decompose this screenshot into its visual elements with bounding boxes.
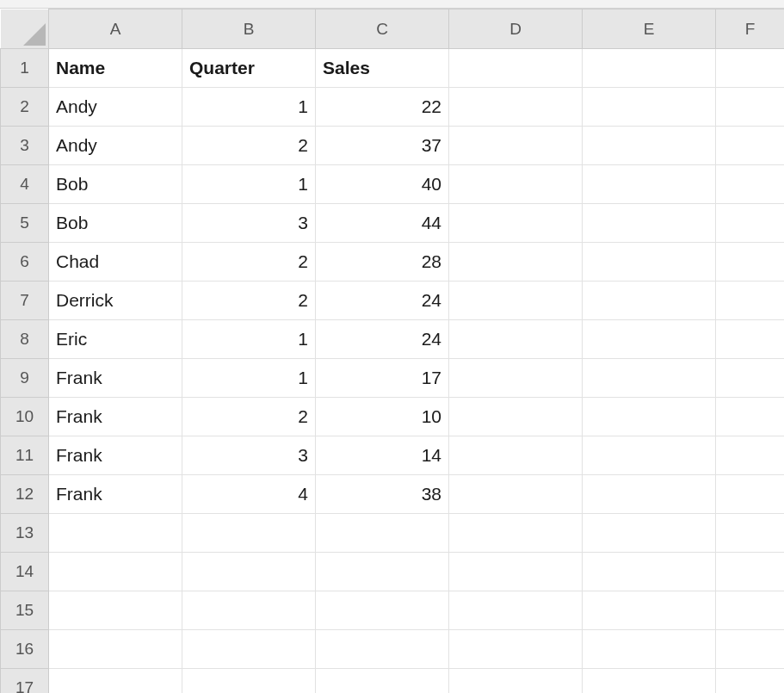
cell-A17[interactable] <box>49 669 182 694</box>
row-header-15[interactable]: 15 <box>1 591 49 630</box>
row-header-3[interactable]: 3 <box>1 127 49 165</box>
cell-B1[interactable]: Quarter <box>182 49 316 88</box>
column-header-C[interactable]: C <box>316 9 449 49</box>
cell-E7[interactable] <box>583 282 716 320</box>
cell-A4[interactable]: Bob <box>49 165 182 204</box>
cell-A6[interactable]: Chad <box>49 243 182 282</box>
cell-D13[interactable] <box>449 514 583 553</box>
cell-A1[interactable]: Name <box>49 49 182 88</box>
cell-C11[interactable]: 14 <box>316 436 449 475</box>
row-header-10[interactable]: 10 <box>1 398 49 436</box>
cell-E16[interactable] <box>583 630 716 669</box>
cell-B6[interactable]: 2 <box>182 243 316 282</box>
cell-E8[interactable] <box>583 320 716 359</box>
cell-E15[interactable] <box>583 591 716 630</box>
cell-E9[interactable] <box>583 359 716 398</box>
cell-C16[interactable] <box>316 630 449 669</box>
cell-C3[interactable]: 37 <box>316 127 449 165</box>
column-header-F[interactable]: F <box>716 9 785 49</box>
cell-E10[interactable] <box>583 398 716 436</box>
cell-A11[interactable]: Frank <box>49 436 182 475</box>
cell-D15[interactable] <box>449 591 583 630</box>
row-header-2[interactable]: 2 <box>1 88 49 127</box>
cell-E6[interactable] <box>583 243 716 282</box>
cell-F5[interactable] <box>716 204 785 243</box>
cell-B2[interactable]: 1 <box>182 88 316 127</box>
cell-B8[interactable]: 1 <box>182 320 316 359</box>
row-header-4[interactable]: 4 <box>1 165 49 204</box>
row-header-13[interactable]: 13 <box>1 514 49 553</box>
cell-D11[interactable] <box>449 436 583 475</box>
cell-D12[interactable] <box>449 475 583 514</box>
cell-F14[interactable] <box>716 553 785 591</box>
cell-D5[interactable] <box>449 204 583 243</box>
cell-F17[interactable] <box>716 669 785 694</box>
cell-A15[interactable] <box>49 591 182 630</box>
column-header-E[interactable]: E <box>583 9 716 49</box>
row-header-8[interactable]: 8 <box>1 320 49 359</box>
cell-F10[interactable] <box>716 398 785 436</box>
row-header-17[interactable]: 17 <box>1 669 49 694</box>
cell-F3[interactable] <box>716 127 785 165</box>
row-header-6[interactable]: 6 <box>1 243 49 282</box>
spreadsheet-grid[interactable]: A B C D E F 1NameQuarterSales2Andy1223An… <box>0 9 784 693</box>
cell-C15[interactable] <box>316 591 449 630</box>
cell-A3[interactable]: Andy <box>49 127 182 165</box>
cell-E17[interactable] <box>583 669 716 694</box>
cell-B3[interactable]: 2 <box>182 127 316 165</box>
cell-F2[interactable] <box>716 88 785 127</box>
cell-E2[interactable] <box>583 88 716 127</box>
cell-D17[interactable] <box>449 669 583 694</box>
cell-B5[interactable]: 3 <box>182 204 316 243</box>
cell-F11[interactable] <box>716 436 785 475</box>
cell-E3[interactable] <box>583 127 716 165</box>
cell-B7[interactable]: 2 <box>182 282 316 320</box>
cell-B10[interactable]: 2 <box>182 398 316 436</box>
cell-F1[interactable] <box>716 49 785 88</box>
cell-E1[interactable] <box>583 49 716 88</box>
cell-A9[interactable]: Frank <box>49 359 182 398</box>
cell-D9[interactable] <box>449 359 583 398</box>
cell-A7[interactable]: Derrick <box>49 282 182 320</box>
cell-B12[interactable]: 4 <box>182 475 316 514</box>
cell-B16[interactable] <box>182 630 316 669</box>
row-header-12[interactable]: 12 <box>1 475 49 514</box>
cell-B13[interactable] <box>182 514 316 553</box>
cell-C5[interactable]: 44 <box>316 204 449 243</box>
cell-D1[interactable] <box>449 49 583 88</box>
row-header-7[interactable]: 7 <box>1 282 49 320</box>
row-header-1[interactable]: 1 <box>1 49 49 88</box>
cell-D10[interactable] <box>449 398 583 436</box>
cell-C12[interactable]: 38 <box>316 475 449 514</box>
cell-A8[interactable]: Eric <box>49 320 182 359</box>
cell-D2[interactable] <box>449 88 583 127</box>
cell-A12[interactable]: Frank <box>49 475 182 514</box>
cell-D16[interactable] <box>449 630 583 669</box>
row-header-9[interactable]: 9 <box>1 359 49 398</box>
cell-F4[interactable] <box>716 165 785 204</box>
column-header-D[interactable]: D <box>449 9 583 49</box>
cell-C10[interactable]: 10 <box>316 398 449 436</box>
cell-D4[interactable] <box>449 165 583 204</box>
column-header-B[interactable]: B <box>182 9 316 49</box>
cell-B4[interactable]: 1 <box>182 165 316 204</box>
cell-C7[interactable]: 24 <box>316 282 449 320</box>
cell-A16[interactable] <box>49 630 182 669</box>
cell-B15[interactable] <box>182 591 316 630</box>
cell-D7[interactable] <box>449 282 583 320</box>
cell-E14[interactable] <box>583 553 716 591</box>
cell-C9[interactable]: 17 <box>316 359 449 398</box>
cell-A14[interactable] <box>49 553 182 591</box>
row-header-11[interactable]: 11 <box>1 436 49 475</box>
cell-C4[interactable]: 40 <box>316 165 449 204</box>
cell-F8[interactable] <box>716 320 785 359</box>
cell-C14[interactable] <box>316 553 449 591</box>
cell-D6[interactable] <box>449 243 583 282</box>
cell-F13[interactable] <box>716 514 785 553</box>
cell-F15[interactable] <box>716 591 785 630</box>
cell-F12[interactable] <box>716 475 785 514</box>
cell-B14[interactable] <box>182 553 316 591</box>
cell-E5[interactable] <box>583 204 716 243</box>
cell-E11[interactable] <box>583 436 716 475</box>
cell-F7[interactable] <box>716 282 785 320</box>
